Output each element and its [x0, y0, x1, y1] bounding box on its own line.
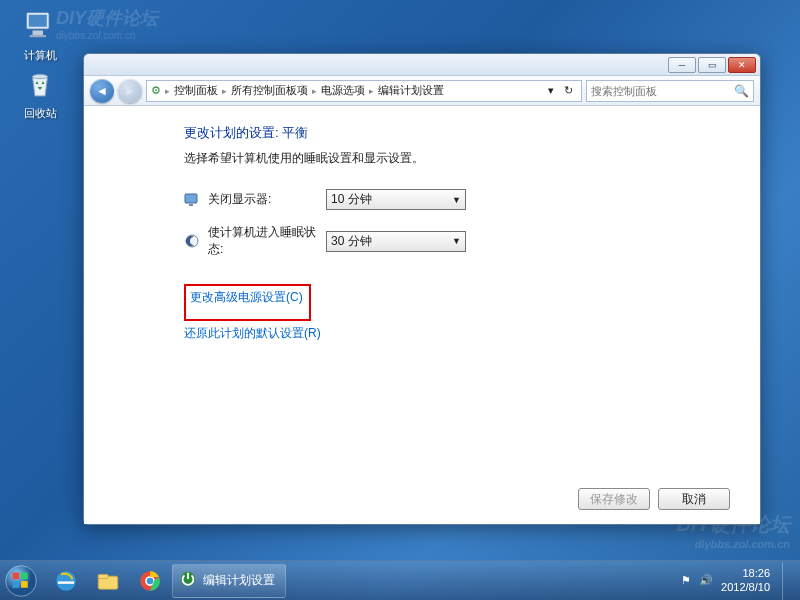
content-pane: 更改计划的设置: 平衡 选择希望计算机使用的睡眠设置和显示设置。 关闭显示器: … [84, 106, 760, 524]
search-input[interactable] [591, 85, 730, 97]
taskbar-active-label: 编辑计划设置 [203, 572, 275, 589]
page-description: 选择希望计算机使用的睡眠设置和显示设置。 [184, 150, 730, 167]
cancel-button[interactable]: 取消 [658, 488, 730, 510]
watermark-sub-2: diybbs.zol.com.cn [677, 538, 790, 550]
setting-label: 使计算机进入睡眠状态: [208, 224, 318, 258]
desktop-icon-recycle[interactable]: 回收站 [10, 64, 70, 121]
chrome-icon[interactable] [130, 564, 170, 598]
svg-rect-9 [13, 572, 20, 579]
setting-label: 关闭显示器: [208, 191, 318, 208]
svg-rect-6 [189, 204, 193, 206]
explorer-icon[interactable] [88, 564, 128, 598]
monitor-icon [184, 192, 200, 208]
breadcrumb-item[interactable]: 编辑计划设置 [378, 83, 444, 98]
advanced-power-link[interactable]: 更改高级电源设置(C) [190, 289, 303, 306]
chevron-right-icon: ▸ [312, 86, 317, 96]
forward-button[interactable]: ► [118, 79, 142, 103]
page-heading: 更改计划的设置: 平衡 [184, 124, 730, 142]
restore-defaults-link[interactable]: 还原此计划的默认设置(R) [184, 325, 730, 342]
start-button[interactable] [0, 561, 42, 601]
search-box[interactable]: 🔍 [586, 80, 754, 102]
button-row: 保存修改 取消 [184, 478, 730, 510]
desktop-icon-computer[interactable]: 计算机 [10, 6, 70, 63]
watermark-top: DIY硬件论坛 diybbs.zol.com.cn [56, 6, 158, 41]
clock-time: 18:26 [721, 567, 770, 580]
desktop-icon-label: 计算机 [10, 48, 70, 63]
close-button[interactable]: ✕ [728, 57, 756, 73]
settings-links: 更改高级电源设置(C) 还原此计划的默认设置(R) [184, 284, 730, 352]
titlebar: ─ ▭ ✕ [84, 54, 760, 76]
svg-rect-5 [185, 194, 197, 203]
show-desktop-button[interactable] [782, 562, 792, 600]
nav-strip: ◄ ► ⚙ ▸ 控制面板 ▸ 所有控制面板项 ▸ 电源选项 ▸ 编辑计划设置 ▾… [84, 76, 760, 106]
pinned-apps [46, 564, 170, 598]
desktop-icon-label: 回收站 [10, 106, 70, 121]
clock-date: 2012/8/10 [721, 581, 770, 594]
svg-point-8 [6, 565, 37, 596]
setting-display-off: 关闭显示器: 10 分钟 ▼ [184, 189, 730, 210]
chevron-right-icon: ▸ [165, 86, 170, 96]
search-icon[interactable]: 🔍 [734, 84, 749, 98]
svg-rect-1 [29, 15, 47, 27]
select-value: 10 分钟 [331, 191, 372, 208]
highlight-box: 更改高级电源设置(C) [184, 284, 311, 321]
svg-rect-10 [21, 572, 28, 579]
chevron-right-icon: ▸ [222, 86, 227, 96]
recycle-bin-icon [20, 64, 60, 104]
taskbar-active-window[interactable]: 编辑计划设置 [172, 564, 286, 598]
ie-icon[interactable] [46, 564, 86, 598]
clock[interactable]: 18:26 2012/8/10 [721, 567, 770, 593]
moon-icon [184, 233, 200, 249]
chevron-right-icon: ▸ [369, 86, 374, 96]
dropdown-icon[interactable]: ▾ [544, 84, 558, 97]
display-off-select[interactable]: 10 分钟 ▼ [326, 189, 466, 210]
chevron-down-icon: ▼ [452, 236, 461, 246]
control-panel-window: ─ ▭ ✕ ◄ ► ⚙ ▸ 控制面板 ▸ 所有控制面板项 ▸ 电源选项 ▸ 编辑… [83, 53, 761, 525]
svg-rect-20 [187, 573, 189, 579]
watermark-title: DIY硬件论坛 [56, 8, 158, 28]
svg-rect-15 [98, 574, 108, 578]
address-bar[interactable]: ⚙ ▸ 控制面板 ▸ 所有控制面板项 ▸ 电源选项 ▸ 编辑计划设置 ▾ ↻ [146, 80, 582, 102]
chevron-down-icon: ▼ [452, 195, 461, 205]
breadcrumb-item[interactable]: 所有控制面板项 [231, 83, 308, 98]
svg-rect-3 [30, 35, 47, 37]
back-button[interactable]: ◄ [90, 79, 114, 103]
system-tray: ⚑ 🔊 18:26 2012/8/10 [681, 562, 792, 600]
svg-point-18 [147, 577, 154, 584]
svg-rect-12 [21, 581, 28, 588]
select-value: 30 分钟 [331, 233, 372, 250]
computer-icon [20, 6, 60, 46]
sleep-select[interactable]: 30 分钟 ▼ [326, 231, 466, 252]
watermark-sub: diybbs.zol.com.cn [56, 30, 158, 41]
tray-volume-icon[interactable]: 🔊 [699, 574, 713, 587]
breadcrumb-item[interactable]: 电源选项 [321, 83, 365, 98]
refresh-icon[interactable]: ↻ [560, 84, 577, 97]
tray-flag-icon[interactable]: ⚑ [681, 574, 691, 587]
svg-rect-2 [33, 31, 44, 36]
svg-rect-11 [13, 581, 20, 588]
svg-point-4 [33, 74, 48, 79]
power-icon [179, 570, 197, 591]
taskbar: 编辑计划设置 ⚑ 🔊 18:26 2012/8/10 [0, 560, 800, 600]
save-button[interactable]: 保存修改 [578, 488, 650, 510]
setting-sleep: 使计算机进入睡眠状态: 30 分钟 ▼ [184, 224, 730, 258]
minimize-button[interactable]: ─ [668, 57, 696, 73]
maximize-button[interactable]: ▭ [698, 57, 726, 73]
control-panel-icon: ⚙ [151, 84, 161, 97]
breadcrumb-item[interactable]: 控制面板 [174, 83, 218, 98]
